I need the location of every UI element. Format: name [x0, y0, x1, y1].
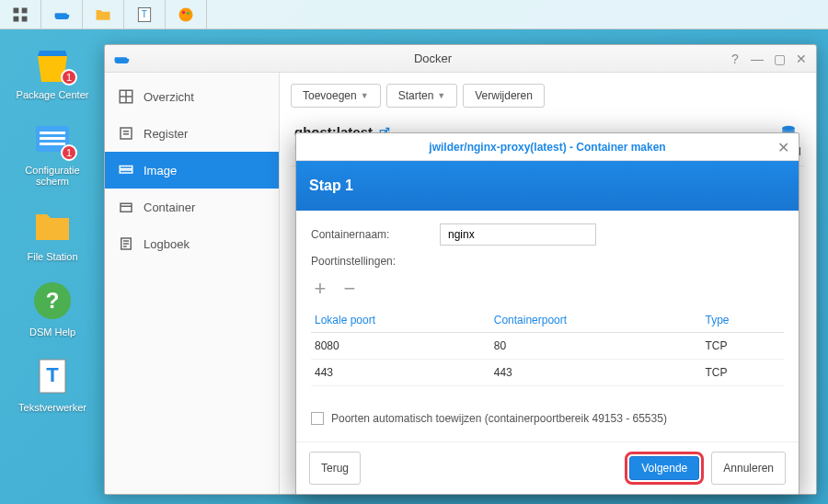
- sidebar-item-overview[interactable]: Overzicht: [105, 78, 279, 115]
- col-type[interactable]: Type: [702, 308, 784, 333]
- svg-rect-0: [14, 8, 19, 14]
- col-container-port[interactable]: Containerpoort: [490, 308, 702, 333]
- highlight: Volgende: [625, 452, 704, 485]
- auto-assign-label: Poorten automatisch toewijzen (container…: [331, 412, 667, 425]
- modal-header: jwilder/nginx-proxy(latest) - Container …: [296, 133, 799, 161]
- modal-title: jwilder/nginx-proxy(latest) - Container …: [429, 141, 665, 154]
- folder-icon: [30, 203, 75, 247]
- desktop-icon-label: Package Center: [17, 89, 89, 100]
- port-table: Lokale poort Containerpoort Type 808080T…: [311, 308, 784, 386]
- svg-point-8: [187, 12, 190, 15]
- help-icon: ?: [30, 279, 75, 323]
- window-title: Docker: [138, 52, 728, 65]
- dashboard-icon: [118, 88, 134, 105]
- folder-search-icon: [94, 6, 112, 24]
- auto-assign-checkbox[interactable]: [311, 412, 324, 425]
- start-button[interactable]: Starten: [386, 84, 458, 108]
- table-row[interactable]: 808080TCP: [311, 333, 784, 360]
- svg-text:T: T: [46, 363, 59, 386]
- step-banner: Stap 1: [296, 161, 799, 211]
- svg-rect-25: [121, 203, 132, 212]
- next-button[interactable]: Volgende: [629, 456, 699, 480]
- text-editor-icon: T: [135, 6, 154, 24]
- sidebar-item-label: Container: [144, 200, 195, 214]
- container-name-input[interactable]: [440, 223, 596, 246]
- table-row[interactable]: 443443TCP: [311, 360, 784, 386]
- create-container-modal: jwilder/nginx-proxy(latest) - Container …: [295, 132, 799, 495]
- desktop-icon-label: DSM Help: [29, 326, 75, 338]
- taskbar-paint[interactable]: [166, 0, 207, 29]
- sidebar-item-label: Image: [144, 164, 177, 178]
- sidebar-item-register[interactable]: Register: [105, 115, 279, 152]
- taskbar-apps[interactable]: [0, 0, 41, 29]
- desktop-text-editor[interactable]: T Tekstverwerker: [11, 354, 94, 413]
- badge: 1: [61, 69, 77, 86]
- taskbar-docker[interactable]: [41, 0, 83, 29]
- close-button[interactable]: ✕: [794, 52, 809, 66]
- sidebar-item-label: Overzicht: [144, 90, 194, 104]
- svg-point-6: [179, 8, 193, 22]
- modal-body: Containernaam: Poortinstellingen: + − Lo…: [296, 211, 799, 441]
- desktop-icon-label: File Station: [27, 251, 77, 262]
- taskbar: T: [0, 0, 828, 29]
- whale-icon: [52, 6, 71, 24]
- back-button[interactable]: Terug: [309, 452, 361, 485]
- add-port-button[interactable]: +: [311, 277, 329, 301]
- taskbar-editor[interactable]: T: [124, 0, 166, 29]
- col-local-port[interactable]: Lokale poort: [311, 308, 490, 333]
- port-settings-label: Poortinstellingen:: [311, 255, 440, 268]
- desktop-file-station[interactable]: File Station: [11, 203, 94, 262]
- list-icon: [118, 125, 134, 142]
- badge: 1: [61, 144, 77, 161]
- desktop-config[interactable]: 1 Configuratie scherm: [11, 117, 94, 187]
- svg-rect-23: [120, 166, 132, 169]
- desktop-icon-label: Tekstverwerker: [18, 402, 86, 413]
- modal-footer: Terug Volgende Annuleren: [296, 441, 799, 494]
- remove-port-button[interactable]: −: [340, 277, 359, 301]
- minimize-button[interactable]: —: [750, 52, 765, 66]
- titlebar[interactable]: Docker ? — ▢ ✕: [105, 45, 816, 73]
- close-icon[interactable]: ✕: [777, 139, 789, 156]
- delete-button[interactable]: Verwijderen: [463, 84, 545, 108]
- sidebar-item-label: Logboek: [144, 237, 190, 251]
- whale-icon: [112, 50, 131, 68]
- sidebar-item-image[interactable]: Image: [105, 152, 279, 189]
- svg-rect-1: [22, 8, 28, 14]
- add-button[interactable]: Toevoegen: [291, 84, 381, 108]
- sidebar-item-container[interactable]: Container: [105, 189, 279, 225]
- desktop-package-center[interactable]: 1 Package Center: [11, 41, 94, 100]
- desktop-icon-label: Configuratie scherm: [11, 165, 94, 187]
- cancel-button[interactable]: Annuleren: [711, 452, 786, 485]
- text-doc-icon: T: [30, 354, 75, 398]
- svg-point-7: [182, 11, 185, 14]
- desktop-icons: 1 Package Center 1 Configuratie scherm F…: [11, 41, 94, 413]
- log-icon: [118, 235, 134, 252]
- svg-rect-12: [40, 143, 65, 145]
- taskbar-files[interactable]: [83, 0, 124, 29]
- svg-text:?: ?: [46, 288, 60, 313]
- svg-text:T: T: [142, 9, 147, 19]
- palette-icon: [177, 6, 195, 24]
- box-icon: [118, 199, 134, 215]
- maximize-button[interactable]: ▢: [772, 52, 787, 66]
- svg-rect-24: [120, 170, 132, 173]
- svg-rect-10: [40, 132, 65, 134]
- svg-rect-3: [22, 17, 28, 22]
- grid-icon: [11, 6, 29, 24]
- svg-rect-11: [40, 137, 65, 140]
- desktop-dsm-help[interactable]: ? DSM Help: [11, 279, 94, 338]
- sidebar-item-logbook[interactable]: Logboek: [105, 225, 279, 262]
- svg-rect-2: [14, 17, 19, 22]
- sidebar: Overzicht Register Image Container Logbo…: [105, 73, 280, 494]
- sidebar-item-label: Register: [144, 127, 188, 141]
- help-button[interactable]: ?: [728, 52, 742, 66]
- toolbar: Toevoegen Starten Verwijderen: [291, 84, 805, 108]
- container-name-label: Containernaam:: [311, 228, 440, 241]
- auto-assign-row[interactable]: Poorten automatisch toewijzen (container…: [311, 412, 784, 425]
- layers-icon: [118, 162, 134, 178]
